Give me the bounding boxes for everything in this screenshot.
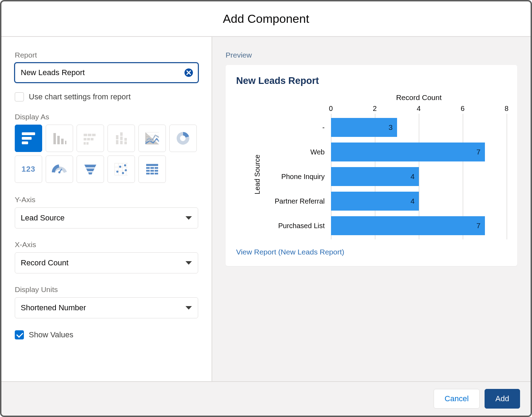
gridline [507, 114, 507, 239]
x-tick: 6 [461, 105, 465, 113]
metric-number-icon: 123 [21, 165, 35, 174]
svg-rect-11 [84, 138, 86, 140]
svg-rect-22 [124, 138, 127, 141]
chart-type-funnel[interactable] [77, 155, 104, 183]
bar-track: 3 [331, 115, 507, 140]
report-input[interactable]: New Leads Report [15, 63, 198, 82]
show-values-row[interactable]: Show Values [15, 330, 198, 339]
x-axis-title: Record Count [331, 93, 507, 102]
svg-rect-1 [22, 132, 35, 135]
bar[interactable]: 3 [331, 118, 397, 137]
bar-category-label: Partner Referral [257, 197, 331, 205]
add-button[interactable]: Add [485, 389, 520, 409]
bar-row: Purchased List7 [257, 213, 507, 238]
preview-panel: Preview New Leads Report Record Count Le… [212, 37, 531, 381]
x-axis-ticks: 02468 [331, 105, 507, 115]
display-as-grid: 123 [15, 125, 198, 183]
cancel-button[interactable]: Cancel [434, 389, 479, 409]
svg-rect-8 [84, 134, 87, 136]
svg-rect-18 [120, 141, 123, 144]
svg-rect-35 [150, 170, 154, 172]
chart-type-table[interactable] [138, 155, 166, 183]
x-tick: 0 [329, 105, 333, 113]
chart-type-stacked-horizontal-bar[interactable] [77, 125, 104, 152]
bar-track: 7 [331, 140, 507, 164]
vertical-bar-icon [51, 130, 67, 146]
svg-rect-9 [88, 134, 91, 136]
use-chart-settings-checkbox[interactable] [15, 92, 24, 101]
svg-rect-15 [86, 142, 89, 145]
bar-row: Web7 [257, 140, 507, 164]
chart-area: Record Count Lead Source 02468 -3Web7Pho… [236, 93, 507, 238]
chart-type-vertical-bar[interactable] [46, 125, 73, 152]
use-chart-settings-row[interactable]: Use chart settings from report [15, 92, 198, 101]
modal-body: Report New Leads Report Use chart settin… [1, 37, 531, 381]
y-axis-select[interactable]: Lead Source [15, 207, 198, 229]
svg-point-27 [122, 172, 124, 174]
svg-point-28 [124, 164, 126, 166]
preview-card: New Leads Report Record Count Lead Sourc… [226, 65, 517, 266]
close-circle-icon [184, 68, 193, 77]
show-values-checkbox[interactable] [15, 330, 24, 339]
svg-rect-17 [116, 135, 118, 139]
bar[interactable]: 7 [331, 143, 485, 161]
chart-type-line[interactable] [138, 125, 166, 152]
config-panel: Report New Leads Report Use chart settin… [1, 37, 212, 381]
chart-type-scatter[interactable] [108, 155, 135, 183]
svg-rect-36 [155, 170, 158, 172]
bar[interactable]: 4 [331, 192, 419, 211]
bar-category-label: Web [257, 148, 331, 156]
bar-category-label: Phone Inquiry [257, 173, 331, 181]
svg-rect-34 [146, 170, 150, 172]
chart-type-stacked-vertical-bar[interactable] [108, 125, 135, 152]
preview-label: Preview [226, 51, 517, 59]
bar[interactable]: 4 [331, 167, 419, 186]
gauge-icon [51, 161, 67, 177]
svg-rect-5 [57, 136, 60, 144]
chart-type-horizontal-bar[interactable] [15, 125, 42, 152]
svg-rect-7 [65, 141, 66, 144]
use-chart-settings-label: Use chart settings from report [29, 92, 131, 101]
svg-rect-2 [22, 137, 32, 140]
chart-type-gauge[interactable] [46, 155, 73, 183]
y-axis-label: Y-Axis [15, 196, 198, 204]
line-chart-icon [144, 130, 160, 146]
bar[interactable]: 7 [331, 216, 485, 235]
chart-type-metric[interactable]: 123 [15, 155, 42, 183]
chevron-down-icon [186, 306, 192, 310]
chevron-down-icon [186, 216, 192, 220]
bars-area: -3Web7Phone Inquiry4Partner Referral4Pur… [257, 115, 507, 238]
svg-point-26 [119, 166, 121, 168]
modal-footer: Cancel Add [1, 381, 531, 416]
funnel-icon [82, 161, 98, 177]
svg-rect-38 [150, 173, 154, 174]
x-axis-label: X-Axis [15, 240, 198, 249]
svg-rect-12 [87, 138, 90, 140]
chevron-down-icon [186, 261, 192, 265]
bar-row: Partner Referral4 [257, 189, 507, 213]
scatter-icon [113, 161, 129, 177]
stacked-vertical-bar-icon [113, 130, 129, 146]
modal-title: Add Component [1, 12, 531, 26]
display-units-select[interactable]: Shortened Number [15, 297, 198, 318]
display-as-label: Display As [15, 113, 198, 121]
svg-rect-32 [150, 167, 154, 169]
bar-track: 7 [331, 213, 507, 238]
svg-rect-37 [146, 173, 150, 174]
svg-rect-39 [155, 173, 158, 174]
svg-rect-4 [53, 133, 56, 144]
bar-category-label: Purchased List [257, 222, 331, 230]
donut-chart-icon [175, 130, 191, 146]
svg-rect-30 [146, 164, 158, 166]
show-values-label: Show Values [29, 330, 73, 339]
svg-point-25 [116, 171, 118, 173]
horizontal-bar-icon [20, 130, 37, 146]
report-label: Report [15, 51, 198, 59]
x-axis-select[interactable]: Record Count [15, 252, 198, 273]
chart-type-donut[interactable] [169, 125, 197, 152]
clear-report-button[interactable] [183, 67, 194, 78]
bar-category-label: - [257, 124, 331, 132]
modal-header: Add Component [1, 1, 531, 37]
view-report-link[interactable]: View Report (New Leads Report) [236, 248, 344, 256]
svg-rect-14 [84, 142, 86, 145]
